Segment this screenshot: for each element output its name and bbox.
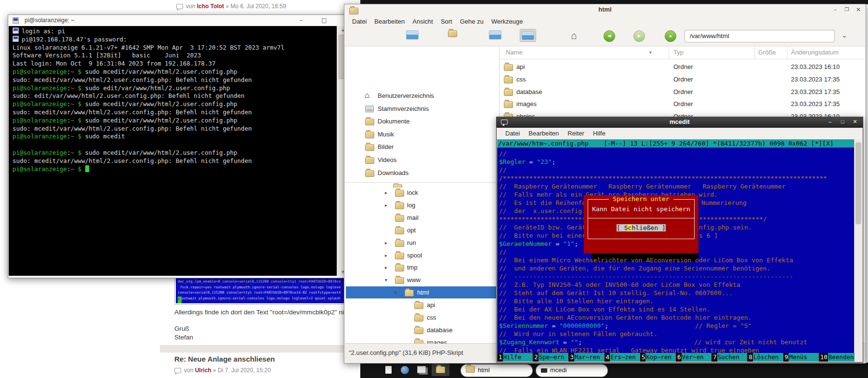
tree-item-run[interactable]: ▸run	[345, 237, 499, 249]
taskbar-button-html[interactable]: html	[460, 364, 533, 377]
fm-menu-bearbeiten[interactable]: Bearbeiten	[374, 16, 405, 27]
new-tab-icon[interactable]	[406, 30, 419, 40]
home-icon[interactable]: ⌂	[571, 30, 577, 41]
window-list-icon[interactable]	[417, 366, 426, 373]
minimize-icon[interactable]: –	[830, 4, 841, 15]
fnkey-3[interactable]: 3Mar~ren	[568, 353, 604, 362]
output-text: sudo: mcedit/var/www/html/2.user.config.…	[13, 125, 252, 132]
file-row-database[interactable]: databaseOrdner23.03.2023 17:35	[500, 86, 865, 98]
tree-item-html[interactable]: ▾html	[345, 286, 499, 298]
tree-item-log[interactable]: ▸log	[345, 199, 499, 211]
column-header-name[interactable]: Name	[506, 46, 523, 59]
column-header-größe[interactable]: Größe	[758, 46, 776, 59]
column-header-änderungsdatum[interactable]: Änderungsdatum	[791, 46, 839, 59]
path-input[interactable]: /var/www/html	[684, 30, 835, 42]
prompt-segment: pi@solaranzeige	[13, 117, 67, 124]
sidebar-item-musik[interactable]: Musik	[345, 128, 499, 140]
post1-author-link[interactable]: Icho Tolot	[197, 3, 224, 10]
fm-menu-werkzeuge[interactable]: Werkzeuge	[491, 16, 523, 27]
file-row-css[interactable]: cssOrdner23.03.2023 17:35	[500, 73, 865, 85]
browser-icon[interactable]	[401, 366, 409, 374]
tree-item-tmp[interactable]: ▸tmp	[345, 261, 499, 273]
fnkey-6[interactable]: 6Ver~en	[676, 353, 711, 362]
list-view-icon[interactable]	[520, 29, 536, 42]
restore-icon[interactable]: ❐	[842, 4, 852, 15]
fm-menu-sort[interactable]: Sort	[441, 16, 452, 27]
fnkey-4[interactable]: 4Ers~zen	[605, 353, 640, 362]
tree-item-images[interactable]: images	[345, 337, 499, 344]
new-folder-icon[interactable]	[448, 30, 457, 37]
fnkey-8[interactable]: 8Löschen	[747, 353, 783, 362]
putty-titlebar[interactable]: pi@solaranzeige: ~ – □ ✕	[8, 15, 357, 26]
minimize-icon[interactable]: –	[824, 119, 836, 124]
editor-line: // Z.B. Typ INV250-45 oder INV500-60 ode…	[499, 281, 855, 289]
folder-icon	[395, 253, 404, 259]
tree-item-www[interactable]: ▾www	[345, 274, 499, 286]
fnkey-1[interactable]: 1Hilfe	[497, 353, 533, 362]
output-text: sudo: mcedit/var/www/html/2.user.config.…	[13, 76, 252, 83]
up-icon[interactable]: ▲	[665, 30, 676, 42]
fnkey-label: Mar~ren	[574, 353, 605, 362]
mcedit-menu-reiter[interactable]: Reiter	[567, 128, 584, 139]
fnkey-5[interactable]: 5Kop~ren	[640, 353, 676, 362]
forward-icon[interactable]: ▶	[633, 30, 645, 42]
chevron-right-icon[interactable]: ▸	[385, 237, 387, 249]
mcedit-titlebar[interactable]: mcedit – □ ✕	[497, 117, 863, 128]
tree-item-opt[interactable]: opt	[345, 224, 499, 236]
file-row-api[interactable]: apiOrdner23.03.2023 16:10	[500, 61, 865, 73]
close-icon[interactable]: ✕	[849, 119, 861, 125]
fnkey-7[interactable]: 7Suchen	[711, 353, 747, 362]
output-text: sudo: mcedit/var/www/html/2.user.config.…	[13, 108, 252, 116]
sidebar-item-stammverzeichnis[interactable]: Stammverzeichnis	[345, 103, 499, 115]
sidebar-item-downloads[interactable]: Downloads	[345, 167, 499, 179]
chevron-down-icon[interactable]: ⌄	[842, 31, 847, 39]
chevron-right-icon[interactable]: ▸	[385, 249, 387, 261]
tree-item-spool[interactable]: ▸spool	[345, 249, 499, 261]
sidebar-item-bilder[interactable]: Bilder	[345, 141, 499, 153]
close-dialog-button[interactable]: [ Schließen ]	[617, 224, 666, 231]
icon-view-icon[interactable]	[489, 30, 501, 40]
fnkey-9[interactable]: 9Menüs	[783, 353, 819, 362]
sidebar-item-videos[interactable]: Videos	[345, 154, 499, 166]
fm-menu-ansicht[interactable]: Ansicht	[412, 16, 433, 27]
tree-item-mail[interactable]: mail	[345, 212, 499, 224]
tree-item-api[interactable]: api	[345, 299, 499, 311]
mcedit-scrollbar[interactable]	[854, 139, 862, 362]
list-header[interactable]: NameTypGrößeÄnderungsdatum▼	[500, 46, 865, 59]
tree-item-database[interactable]: database	[345, 324, 499, 336]
chevron-down-icon[interactable]: ▾	[385, 274, 387, 286]
taskbar-button-mcedi[interactable]: mcedi	[536, 364, 608, 377]
mcedit-scrollbar-thumb[interactable]	[855, 142, 861, 224]
column-header-typ[interactable]: Typ	[673, 46, 684, 59]
maximize-icon[interactable]: □	[837, 119, 848, 124]
file-row-images[interactable]: imagesOrdner23.03.2023 17:35	[500, 98, 865, 110]
minimize-icon[interactable]: –	[291, 15, 311, 26]
fnkey-10[interactable]: 10Beenden	[819, 353, 855, 362]
post2-author-link[interactable]: Ulrich	[195, 367, 211, 374]
fnkey-label: Ers~zen	[610, 353, 640, 362]
fm-titlebar[interactable]: html – ❐ ✕	[344, 4, 866, 16]
sidebar-item-benutzerverzeichnis[interactable]: ⌂Benutzerverzeichnis	[345, 90, 499, 102]
file-manager-icon[interactable]	[432, 364, 449, 376]
fm-menu-gehe-zu[interactable]: Gehe zu	[460, 16, 484, 27]
chevron-down-icon[interactable]: ▾	[395, 286, 397, 298]
sidebar-item-dokumente[interactable]: Dokumente	[345, 115, 499, 127]
tree-item-lock[interactable]: ▸lock	[345, 187, 499, 199]
mcedit-menu-hilfe[interactable]: Hilfe	[593, 128, 605, 139]
tree-item-css[interactable]: css	[345, 311, 499, 324]
chevron-right-icon[interactable]: ▸	[385, 261, 387, 273]
post1-closing: Gruß	[174, 325, 189, 332]
fm-menu-datei[interactable]: Datei	[352, 16, 367, 27]
chevron-right-icon[interactable]: ▸	[385, 199, 387, 211]
post2-title[interactable]: Re: Neue Anlage anschliesen	[174, 355, 275, 363]
show-desktop-icon[interactable]	[385, 366, 392, 374]
terminal-area[interactable]: login as: pipi@192.168.178.47's password…	[9, 26, 356, 276]
mcedit-editor[interactable]: /var/www/htm~.config.php [-M--] 13 L:[25…	[497, 139, 855, 362]
maximize-icon[interactable]: □	[315, 15, 334, 26]
fnkey-2[interactable]: 2Spe~ern	[533, 353, 568, 362]
mcedit-menu-datei[interactable]: Datei	[505, 128, 520, 139]
back-icon[interactable]: ◀	[604, 30, 615, 42]
close-icon[interactable]: ✕	[853, 4, 864, 15]
mcedit-menu-bearbeiten[interactable]: Bearbeiten	[528, 128, 559, 139]
chevron-right-icon[interactable]: ▸	[385, 187, 387, 199]
